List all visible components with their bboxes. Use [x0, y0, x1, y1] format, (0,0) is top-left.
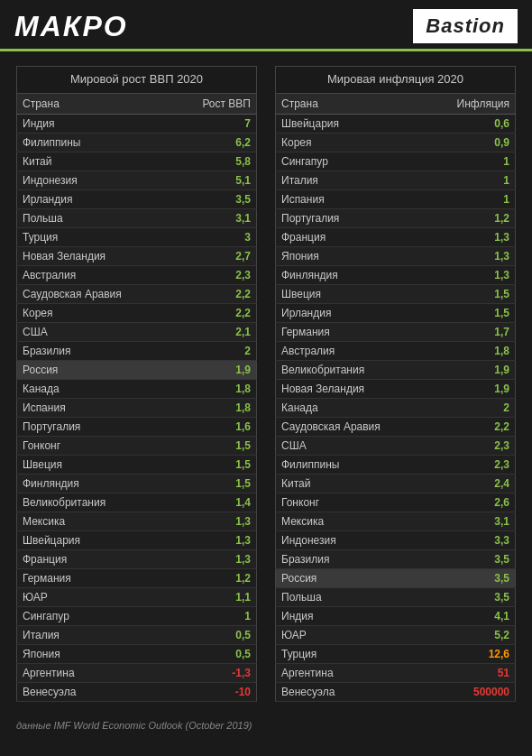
country-cell: ЮАР — [17, 588, 173, 607]
table-row: Швейцария0,6 — [276, 115, 516, 134]
table-row: Австралия1,8 — [276, 342, 516, 361]
value-cell: 1,3 — [172, 512, 256, 531]
value-cell: 2,3 — [427, 437, 516, 456]
table-row: Великобритания1,9 — [276, 361, 516, 380]
table-row: Корея2,2 — [17, 304, 257, 323]
table-row: Саудовская Аравия2,2 — [17, 285, 257, 304]
inflation-table: Страна Инфляция Швейцария0,6Корея0,9Синг… — [275, 93, 516, 702]
gdp-table-title: Мировой рост ВВП 2020 — [16, 66, 257, 93]
country-cell: Италия — [276, 171, 427, 190]
country-cell: Турция — [17, 228, 173, 247]
gdp-table: Страна Рост ВВП Индия7Филиппины6,2Китай5… — [16, 93, 257, 702]
table-row: Ирландия1,5 — [276, 304, 516, 323]
country-cell: Гонконг — [17, 437, 173, 456]
table-row: Сингапур1 — [17, 607, 257, 626]
table-row: ЮАР1,1 — [17, 588, 257, 607]
country-cell: Франция — [276, 228, 427, 247]
table-row: Венесуэла500000 — [276, 683, 516, 702]
country-cell: Франция — [17, 550, 173, 569]
table-row: Польша3,5 — [276, 588, 516, 607]
value-cell: 2 — [172, 342, 256, 361]
value-cell: 1,3 — [172, 531, 256, 550]
inflation-col-value: Инфляция — [427, 94, 516, 115]
value-cell: 1,5 — [172, 456, 256, 475]
country-cell: Сингапур — [276, 152, 427, 171]
value-cell: 2,2 — [172, 304, 256, 323]
value-cell: 2,1 — [172, 323, 256, 342]
country-cell: Новая Зеландия — [17, 247, 173, 266]
value-cell: 3,5 — [427, 569, 516, 588]
table-row: Финляндия1,3 — [276, 266, 516, 285]
value-cell: 2,7 — [172, 247, 256, 266]
table-row: Франция1,3 — [276, 228, 516, 247]
table-row: Канада2 — [276, 399, 516, 418]
country-cell: Китай — [17, 152, 173, 171]
country-cell: Польша — [276, 588, 427, 607]
country-cell: Индия — [17, 115, 173, 134]
value-cell: 0,5 — [172, 645, 256, 664]
table-row: Аргентина51 — [276, 664, 516, 683]
value-cell: 1 — [427, 152, 516, 171]
table-row: Финляндия1,5 — [17, 475, 257, 493]
table-row: Гонконг2,6 — [276, 493, 516, 512]
value-cell: 1,3 — [427, 228, 516, 247]
value-cell: 1,4 — [172, 493, 256, 512]
table-row: Россия3,5 — [276, 569, 516, 588]
country-cell: Великобритания — [17, 493, 173, 512]
country-cell: Польша — [17, 209, 173, 228]
value-cell: 1 — [172, 607, 256, 626]
table-row: Великобритания1,4 — [17, 493, 257, 512]
country-cell: ЮАР — [276, 626, 427, 645]
table-row: Польша3,1 — [17, 209, 257, 228]
page-title: МАКРО — [14, 10, 128, 43]
value-cell: 51 — [427, 664, 516, 683]
value-cell: 1,1 — [172, 588, 256, 607]
table-row: Турция3 — [17, 228, 257, 247]
country-cell: Португалия — [276, 209, 427, 228]
table-row: Португалия1,2 — [276, 209, 516, 228]
value-cell: 1,7 — [427, 323, 516, 342]
value-cell: 1,9 — [427, 380, 516, 399]
value-cell: 1,6 — [172, 418, 256, 437]
country-cell: Аргентина — [17, 664, 173, 683]
country-cell: Австралия — [276, 342, 427, 361]
table-row: Португалия1,6 — [17, 418, 257, 437]
value-cell: 2 — [427, 399, 516, 418]
value-cell: 5,2 — [427, 626, 516, 645]
country-cell: Австралия — [17, 266, 173, 285]
country-cell: Бразилия — [276, 550, 427, 569]
table-row: Венесуэла-10 — [17, 683, 257, 702]
value-cell: -1,3 — [172, 664, 256, 683]
table-row: Новая Зеландия1,9 — [276, 380, 516, 399]
country-cell: Мексика — [276, 512, 427, 531]
value-cell: 2,2 — [427, 418, 516, 437]
value-cell: 2,6 — [427, 493, 516, 512]
country-cell: Португалия — [17, 418, 173, 437]
country-cell: Швеция — [17, 456, 173, 475]
table-row: Саудовская Аравия2,2 — [276, 418, 516, 437]
country-cell: Индия — [276, 607, 427, 626]
value-cell: 1,5 — [172, 475, 256, 493]
country-cell: Ирландия — [17, 190, 173, 209]
table-row: Сингапур1 — [276, 152, 516, 171]
country-cell: Корея — [276, 134, 427, 152]
gdp-header-row: Страна Рост ВВП — [17, 94, 257, 115]
inflation-table-title: Мировая инфляция 2020 — [275, 66, 516, 93]
value-cell: 1,5 — [427, 285, 516, 304]
country-cell: Испания — [17, 399, 173, 418]
country-cell: Швейцария — [17, 531, 173, 550]
value-cell: 0,9 — [427, 134, 516, 152]
country-cell: Япония — [17, 645, 173, 664]
country-cell: Венесуэла — [276, 683, 427, 702]
value-cell: 2,2 — [172, 285, 256, 304]
table-row: ЮАР5,2 — [276, 626, 516, 645]
country-cell: Германия — [276, 323, 427, 342]
table-row: Гонконг1,5 — [17, 437, 257, 456]
country-cell: Турция — [276, 645, 427, 664]
table-row: Ирландия3,5 — [17, 190, 257, 209]
country-cell: Аргентина — [276, 664, 427, 683]
value-cell: 3,1 — [427, 512, 516, 531]
table-row: Индия7 — [17, 115, 257, 134]
country-cell: Мексика — [17, 512, 173, 531]
table-row: Мексика1,3 — [17, 512, 257, 531]
